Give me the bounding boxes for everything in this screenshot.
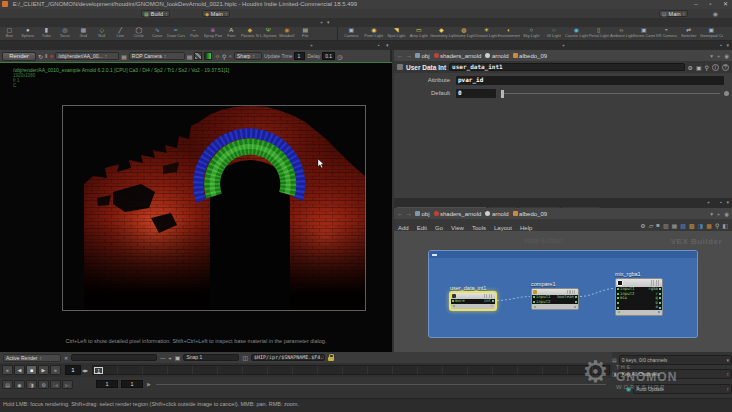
playhead-marker[interactable]: 1: [94, 367, 103, 374]
network-toolbar-icon[interactable]: ■: [656, 222, 660, 229]
pin-path-icon[interactable]: +: [717, 211, 720, 217]
shelf-tool[interactable]: AFont: [222, 27, 241, 41]
path-menu-icon[interactable]: ▾: [710, 53, 713, 59]
keys-summary-selector[interactable]: 0 keys, 0/0 channels▾: [619, 355, 732, 365]
help-icon[interactable]: ?: [722, 64, 729, 71]
shelf-tool[interactable]: ◆Platonic Solids: [241, 27, 260, 41]
update-mode-selector[interactable]: Auto Update↕: [633, 384, 732, 394]
network-toolbar-icon[interactable]: ◨: [698, 222, 704, 229]
shelf-tool[interactable]: ◐Environment Light: [498, 27, 521, 41]
colorcorrect-toggle[interactable]: [204, 52, 212, 60]
lights-icon[interactable]: ☼: [214, 53, 220, 59]
shelf-tool[interactable]: ☀Distant Light: [475, 27, 498, 41]
save-disk-icon[interactable]: ◫: [242, 354, 248, 361]
shelf-tool[interactable]: ○Sky Light: [520, 27, 543, 41]
snapshot-strip[interactable]: [71, 354, 157, 361]
network-toolbar-icon[interactable]: ◧: [722, 222, 728, 229]
take-selector[interactable]: ◆ Main↕: [202, 10, 230, 17]
node-header-bar[interactable]: [532, 289, 578, 295]
add-snap-icon[interactable]: +: [168, 355, 172, 361]
follow-icon[interactable]: ◉: [724, 53, 729, 59]
slider-handle[interactable]: [501, 90, 504, 98]
shelf-tool[interactable]: ▯Portal Light: [588, 27, 611, 41]
vop-node-compare1[interactable]: input1booleaninput2: [531, 288, 579, 310]
breadcrumb-item[interactable]: arnold: [485, 53, 508, 59]
shelf-tool[interactable]: ∿Curve: [148, 27, 167, 41]
node-header-bar[interactable]: [451, 293, 495, 299]
shelf-tool[interactable]: ◎Torus: [56, 27, 75, 41]
vop-node-mix-rgba1[interactable]: input1rgbainput2rmixgba: [615, 278, 663, 316]
shelf-tool[interactable]: ╱Line: [111, 27, 130, 41]
shelf-tool[interactable]: ▮Tube: [37, 27, 56, 41]
vop-node-user-data-int1[interactable]: moreint: [450, 292, 496, 310]
path-menu-icon[interactable]: ▾: [710, 211, 713, 217]
follow-icon[interactable]: ◉: [724, 211, 729, 217]
frame-icon[interactable]: ▣: [696, 64, 702, 71]
pane-menu-icon[interactable]: ▾: [726, 42, 729, 48]
rop-jump-icon[interactable]: ▤: [121, 53, 127, 60]
update-time-field[interactable]: 1: [294, 52, 305, 60]
shelf-tool[interactable]: ◥Spot Light: [385, 27, 408, 41]
shelf-tool[interactable]: ◉Caustic Light: [565, 27, 588, 41]
network-toolbar-icon[interactable]: ⚙: [640, 222, 645, 229]
pane-tab-add-icon[interactable]: +: [707, 199, 710, 205]
shelf-tool[interactable]: ▢Box: [0, 27, 19, 41]
gear-icon[interactable]: ⚙: [688, 64, 693, 71]
shelf-tool[interactable]: ▣Gamepad Camera: [700, 27, 723, 41]
refresh-icon[interactable]: ↻: [38, 53, 43, 60]
shelf-tool[interactable]: ◉Point Light: [363, 27, 386, 41]
playbar-settings-icon[interactable]: ⚙: [38, 380, 49, 389]
render-button[interactable]: Render: [2, 52, 36, 61]
network-toolbar-icon[interactable]: ▦: [672, 222, 678, 229]
render-viewport[interactable]: /obj/render/AA_0010_example Arnold 6.2.0…: [0, 62, 392, 352]
node-port-row[interactable]: mixg: [617, 296, 661, 301]
shelf-tool[interactable]: ◯Circle: [130, 27, 149, 41]
shelf-tool[interactable]: ◌GI Light: [543, 27, 566, 41]
update-mode-icon[interactable]: ◉: [626, 385, 631, 392]
pane-pin-icon[interactable]: ▪: [720, 42, 722, 48]
breadcrumb-item[interactable]: obj: [415, 53, 430, 59]
range-end-jump-icon[interactable]: ▶|: [62, 380, 73, 389]
delay-field[interactable]: 0.1: [322, 52, 335, 60]
clear-snapshot-icon[interactable]: ✕: [64, 355, 68, 361]
default-field[interactable]: 0: [456, 89, 496, 98]
render-image[interactable]: [62, 105, 366, 311]
network-box-header[interactable]: [429, 251, 697, 258]
playbar-pointer-icon[interactable]: ◉: [14, 380, 25, 389]
shelf-tool[interactable]: ●Sphere: [19, 27, 38, 41]
background-toggle[interactable]: [194, 52, 202, 60]
shelf-add-icon[interactable]: +: [320, 19, 323, 25]
frame-step-icons[interactable]: ◀▶: [82, 368, 88, 373]
key-icon[interactable]: ◨: [612, 371, 617, 377]
node-header-bar[interactable]: [616, 279, 662, 287]
stop-icon[interactable]: ●: [50, 53, 54, 59]
network-toolbar-icon[interactable]: ▩: [706, 222, 712, 229]
shelf-tool[interactable]: ◆Geometry Light: [430, 27, 453, 41]
shelf-tool[interactable]: ≈Draw Curve: [167, 27, 186, 41]
info-icon[interactable]: i: [712, 64, 719, 71]
snapshot-name-field[interactable]: Snap 1: [183, 354, 239, 361]
range-start-jump-icon[interactable]: |◀: [50, 380, 61, 389]
network-toolbar-icon[interactable]: ▱: [649, 222, 654, 229]
rop-selector[interactable]: /obj/render/AA_00...↕: [55, 52, 119, 60]
transport-button[interactable]: ▶: [38, 365, 49, 375]
snapshot-path-field[interactable]: $HIP/ipr/$SNAPNAME.$F4.$: [251, 354, 325, 361]
remove-snap-icon[interactable]: —: [160, 355, 165, 361]
magnify-icon[interactable]: ⚲: [222, 53, 226, 60]
lock-icon[interactable]: [328, 357, 334, 361]
back-icon[interactable]: ←: [397, 53, 403, 59]
range-start-field[interactable]: 1: [96, 380, 118, 388]
network-toolbar-icon[interactable]: ⚲: [715, 222, 719, 229]
shelf-tool[interactable]: ▭Area Light: [408, 27, 431, 41]
forward-icon[interactable]: →: [406, 53, 412, 59]
key-all-channels-selector[interactable]: Key All Channels↕: [619, 369, 732, 379]
clock-icon[interactable]: ◷: [337, 53, 342, 60]
pane-tab-add-icon[interactable]: +: [310, 42, 313, 48]
help-globe-icon[interactable]: ◉: [713, 10, 718, 17]
filter-selector[interactable]: Sharp↕: [234, 52, 262, 60]
region-icon[interactable]: ●: [228, 53, 232, 59]
pane-tab-add-icon[interactable]: +: [562, 42, 565, 48]
shelf-tool[interactable]: ⇄Switcher: [678, 27, 701, 41]
maximize-button[interactable]: ▫: [709, 1, 711, 7]
transport-button[interactable]: ■: [26, 365, 37, 375]
